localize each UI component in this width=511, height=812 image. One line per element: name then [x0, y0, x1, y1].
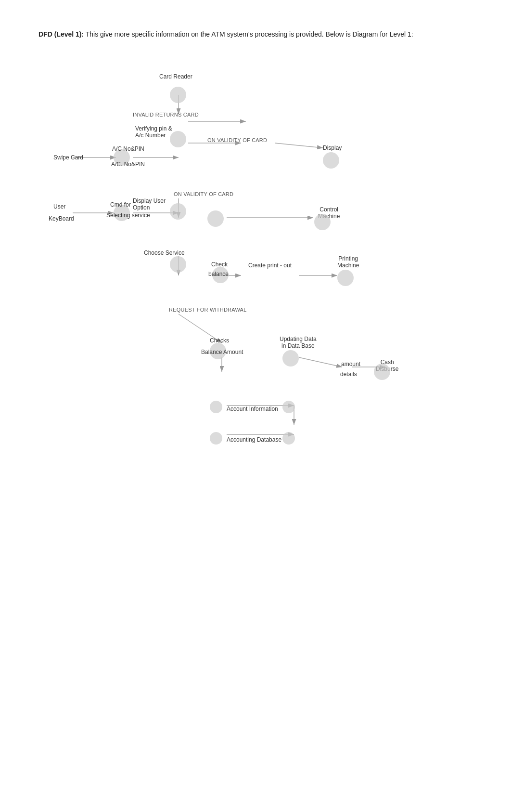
updating-data-circle	[282, 350, 299, 367]
display-user-circle	[170, 203, 186, 220]
display-user-label: Display UserOption	[133, 197, 166, 211]
page: DFD (Level 1): This give more specific i…	[0, 0, 511, 812]
swipe-card-label: Swipe Card	[53, 154, 83, 161]
intro-bold: DFD (Level 1):	[38, 30, 84, 38]
card-reader-circle	[170, 87, 186, 103]
amount-label: amount	[341, 361, 360, 367]
svg-line-16	[299, 357, 342, 367]
on-validity-top-label: ON VALIDITY OF CARD	[207, 137, 267, 143]
cash-disburse-circle	[374, 364, 390, 380]
accounting-db-circle-right	[282, 432, 295, 445]
display-label: Display	[323, 144, 342, 151]
verifying-circle	[170, 131, 186, 147]
invalid-returns-label: INVALID RETURNS CARD	[133, 112, 199, 118]
accounting-db-label: Accounting Database	[227, 436, 281, 443]
svg-line-6	[275, 143, 323, 148]
user-label: User	[53, 203, 65, 210]
account-info-circle-left	[210, 401, 222, 413]
dfd-diagram: Card Reader INVALID RETURNS CARD Verifyi…	[39, 68, 472, 646]
selecting-label: Selecting service	[106, 212, 150, 219]
accounting-db-circle-left	[210, 432, 222, 445]
choose-service-label: Choose Service	[144, 249, 185, 256]
details-label: details	[340, 371, 357, 378]
request-withdrawal-label: REQUEST FOR WITHDRAWAL	[169, 307, 247, 313]
control-machine-circle	[314, 214, 331, 230]
card-reader-label: Card Reader	[159, 73, 192, 80]
display-circle	[323, 152, 339, 169]
ac-pin2-label: A/C. No&PIN	[111, 161, 145, 168]
checks-label: Checks	[210, 337, 229, 344]
keyboard-label: KeyBoard	[49, 215, 74, 222]
on-validity-mid-label: ON VALIDITY OF CARD	[174, 191, 233, 197]
diagram-lines	[39, 68, 472, 646]
mid-process-circle	[207, 210, 224, 227]
intro-text: DFD (Level 1): This give more specific i…	[38, 29, 433, 39]
ac-pin-label: A/C No&PIN	[112, 145, 144, 152]
balance-label: balance	[208, 271, 229, 277]
choose-service-circle	[170, 256, 186, 273]
intro-body: This give more specific information on t…	[84, 30, 413, 38]
create-printout-label: Create print - out	[248, 262, 292, 269]
printing-machine-circle	[337, 270, 354, 286]
account-info-label: Account Information	[227, 406, 278, 412]
verifying-label: Verifying pin & A/c Number	[135, 125, 172, 139]
balance-amount-label: Balance Amount	[201, 349, 243, 355]
printing-machine-label: PrintingMachine	[337, 255, 359, 269]
check-label: Check	[211, 261, 228, 268]
updating-data-label: Updating Datain Data Base	[280, 336, 317, 349]
account-info-circle-right	[282, 401, 295, 413]
cmd-label: Cmd for	[110, 201, 131, 208]
